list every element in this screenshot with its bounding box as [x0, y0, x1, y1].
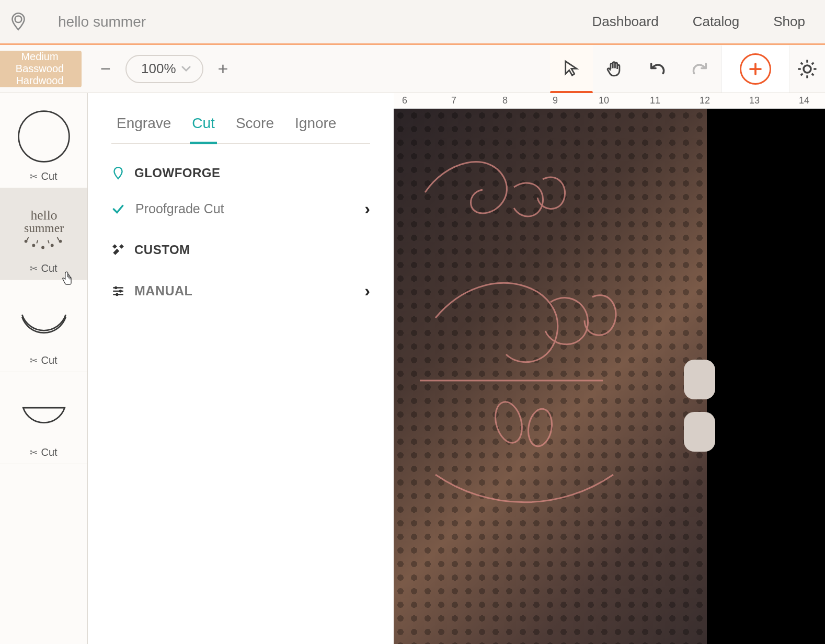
toolbar: Medium Basswood Hardwood − 100% +	[0, 43, 825, 93]
nav-links: Dashboard Catalog Shop	[592, 14, 805, 30]
svg-point-4	[25, 240, 27, 243]
zoom-select[interactable]: 100%	[125, 55, 203, 83]
layer-item-3[interactable]: ✂Cut	[0, 280, 87, 372]
ruler-mark: 9	[553, 95, 558, 106]
layer-thumb-halfcircle	[13, 382, 75, 443]
ruler-mark: 14	[799, 95, 809, 106]
section-glowforge: GLOWFORGE Proofgrade Cut ›	[111, 166, 370, 221]
svg-point-11	[116, 293, 118, 295]
canvas-bed[interactable]	[394, 109, 825, 644]
section-manual: MANUAL ›	[111, 279, 370, 303]
layer-item-4[interactable]: ✂Cut	[0, 372, 87, 464]
zoom-out-button[interactable]: −	[96, 60, 115, 78]
add-artwork-button[interactable]	[721, 45, 789, 93]
gear-sparkle-icon	[796, 58, 818, 80]
tab-engrave[interactable]: Engrave	[117, 115, 171, 132]
header: hello summer Dashboard Catalog Shop	[0, 0, 825, 43]
zoom-in-button[interactable]: +	[214, 60, 233, 78]
undo-button[interactable]	[636, 45, 679, 93]
nav-catalog[interactable]: Catalog	[693, 14, 740, 30]
zoom-group: − 100% +	[96, 55, 233, 83]
svg-point-0	[804, 65, 811, 73]
cursor-icon	[563, 59, 580, 77]
tray-clip	[684, 412, 715, 452]
cursor-pointer-icon	[60, 271, 74, 290]
check-icon	[111, 202, 125, 216]
tab-ignore[interactable]: Ignore	[295, 115, 336, 132]
ruler-mark: 7	[451, 95, 456, 106]
bed-outside	[707, 109, 825, 644]
tab-score[interactable]: Score	[236, 115, 274, 132]
undo-icon	[648, 61, 666, 77]
main: ✂Cut hello summer ✂Cut	[0, 93, 825, 644]
zoom-value: 100%	[141, 61, 176, 77]
glowforge-icon	[111, 166, 125, 180]
chevron-right-icon: ›	[364, 281, 370, 301]
section-custom: CUSTOM	[111, 243, 370, 257]
layer-thumb-arc	[13, 290, 75, 351]
svg-point-7	[51, 244, 53, 246]
ruler-mark: 12	[700, 95, 710, 106]
material-line3: Hardwood	[16, 75, 63, 87]
tray-clip	[684, 360, 715, 399]
pan-tool-button[interactable]	[593, 45, 636, 93]
ruler-mark: 8	[502, 95, 508, 106]
svg-point-5	[32, 244, 35, 246]
layer-item-1[interactable]: ✂Cut	[0, 96, 87, 188]
redo-icon	[691, 61, 709, 77]
redo-button[interactable]	[679, 45, 721, 93]
material-line2: Basswood	[16, 63, 64, 75]
tools-icon	[111, 243, 125, 257]
operation-tabs: Engrave Cut Score Ignore	[111, 109, 370, 144]
cut-icon: ✂	[30, 447, 38, 458]
layer-label: Cut	[41, 354, 57, 366]
canvas-area: 6 7 8 9 10 11 12 13 14	[394, 93, 825, 644]
chevron-down-icon	[181, 65, 191, 73]
glowforge-logo-icon[interactable]	[7, 11, 29, 33]
chevron-right-icon: ›	[364, 199, 370, 218]
svg-point-10	[119, 290, 122, 292]
layer-label: Cut	[41, 446, 57, 458]
layer-label: Cut	[41, 262, 57, 274]
layer-thumb-circle	[13, 106, 75, 167]
svg-point-8	[59, 240, 61, 243]
layers-sidebar: ✂Cut hello summer ✂Cut	[0, 93, 88, 644]
cut-icon: ✂	[30, 171, 38, 182]
proofgrade-cut-item[interactable]: Proofgrade Cut ›	[111, 197, 370, 221]
select-tool-button[interactable]	[550, 45, 593, 93]
svg-point-6	[42, 246, 44, 248]
ruler-horizontal: 6 7 8 9 10 11 12 13 14	[394, 93, 825, 109]
layer-thumb-script: hello summer	[13, 198, 75, 259]
cut-icon: ✂	[30, 355, 38, 366]
layer-label: Cut	[41, 170, 57, 182]
svg-text:summer: summer	[24, 221, 63, 235]
sliders-icon	[111, 284, 125, 298]
svg-point-9	[114, 286, 117, 289]
settings-button[interactable]	[789, 58, 825, 80]
manual-item[interactable]: MANUAL ›	[111, 279, 370, 303]
ruler-mark: 13	[749, 95, 760, 106]
svg-point-1	[18, 111, 69, 162]
cut-icon: ✂	[30, 263, 38, 274]
hand-icon	[605, 60, 623, 78]
tab-cut[interactable]: Cut	[192, 115, 215, 132]
material-badge[interactable]: Medium Basswood Hardwood	[0, 51, 82, 87]
layer-item-2[interactable]: hello summer ✂Cut	[0, 188, 87, 280]
svg-point-13	[525, 407, 555, 448]
operation-panel: Engrave Cut Score Ignore GLOWFORGE Proof…	[88, 93, 394, 644]
section-custom-label: CUSTOM	[134, 243, 190, 257]
material-line1: Medium	[21, 51, 58, 63]
nav-shop[interactable]: Shop	[773, 14, 805, 30]
project-title[interactable]: hello summer	[58, 14, 146, 30]
svg-point-12	[491, 399, 526, 446]
proofgrade-label: Proofgrade Cut	[135, 201, 224, 216]
section-glowforge-label: GLOWFORGE	[134, 166, 220, 180]
plus-circle-icon	[740, 53, 771, 85]
ruler-mark: 11	[650, 95, 660, 106]
section-manual-label: MANUAL	[134, 283, 192, 298]
design-outline[interactable]	[404, 130, 686, 590]
ruler-mark: 6	[402, 95, 407, 106]
ruler-mark: 10	[599, 95, 609, 106]
nav-dashboard[interactable]: Dashboard	[592, 14, 658, 30]
